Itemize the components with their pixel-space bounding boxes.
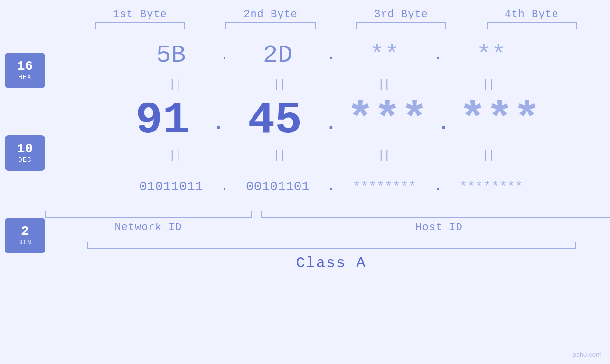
dec-dot-3: . [437, 110, 450, 136]
dec-badge-label: DEC [18, 156, 31, 164]
bracket-cell-1 [75, 22, 206, 29]
dec-byte-3: *** [340, 95, 435, 146]
host-bracket: Host ID [261, 211, 610, 233]
main-content: 16 HEX 10 DEC 2 BIN 5B . 2D . ** . ** [0, 34, 610, 272]
bin-byte-4: ******** [444, 179, 539, 194]
equals-row-1: || || || || [45, 76, 610, 93]
eq-2-4: || [441, 152, 535, 160]
hex-dot-3: . [434, 48, 442, 63]
eq-1-4: || [441, 81, 535, 89]
eq-1-2: || [232, 81, 327, 89]
hex-badge: 16 HEX [5, 53, 45, 88]
bracket-top-1 [95, 22, 185, 29]
bin-dot-2: . [327, 179, 335, 194]
host-id-label: Host ID [415, 222, 462, 233]
dec-byte-2: 45 [227, 95, 322, 146]
bracket-top-2 [225, 22, 316, 29]
eq-2-2: || [232, 152, 327, 160]
hex-byte-3: ** [337, 41, 432, 69]
hex-data-row: 5B . 2D . ** . ** [45, 34, 610, 76]
hex-badge-label: HEX [18, 74, 31, 81]
dec-badge-number: 10 [17, 142, 33, 157]
dec-byte-1: 91 [115, 95, 210, 146]
hex-badge-number: 16 [17, 59, 33, 74]
network-bracket: Network ID [45, 211, 252, 233]
eq-2-1: || [127, 152, 222, 160]
host-bracket-line [261, 211, 610, 218]
byte-header-1: 1st Byte [75, 9, 206, 20]
watermark: ipshu.com [571, 351, 601, 358]
segment-gap [252, 211, 261, 233]
bracket-top-4 [487, 22, 577, 29]
bin-byte-2: 00101101 [230, 179, 325, 194]
dec-dot-2: . [324, 110, 338, 136]
top-brackets-row [31, 22, 610, 29]
byte-header-3: 3rd Byte [336, 9, 467, 20]
class-label-row: Class A [45, 254, 610, 272]
bin-badge: 2 BIN [5, 218, 45, 253]
bracket-cell-2 [206, 22, 336, 29]
segment-brackets-container: Network ID Host ID [45, 211, 610, 233]
data-section: 5B . 2D . ** . ** || || || || 91 [45, 34, 610, 272]
bracket-top-3 [356, 22, 446, 29]
dec-data-row: 91 . 45 . *** . *** [45, 93, 610, 148]
bin-dot-3: . [434, 179, 442, 194]
eq-2-3: || [336, 152, 431, 160]
bin-byte-1: 01011011 [123, 179, 218, 194]
bracket-cell-4 [467, 22, 597, 29]
dec-byte-4: *** [452, 95, 547, 146]
bin-badge-label: BIN [18, 239, 31, 246]
class-label: Class A [296, 254, 366, 272]
bin-byte-3: ******** [337, 179, 432, 194]
bin-badge-number: 2 [21, 224, 29, 239]
byte-header-4: 4th Byte [467, 9, 597, 20]
byte-headers-row: 1st Byte 2nd Byte 3rd Byte 4th Byte [31, 0, 610, 20]
hex-byte-4: ** [444, 41, 539, 69]
bracket-cell-3 [336, 22, 467, 29]
eq-1-3: || [336, 81, 431, 89]
bin-dot-1: . [220, 179, 228, 194]
class-bracket-row [45, 242, 610, 249]
eq-1-1: || [127, 81, 222, 89]
base-labels-col: 16 HEX 10 DEC 2 BIN [0, 34, 45, 272]
network-bracket-line [45, 211, 252, 218]
dec-badge: 10 DEC [5, 135, 45, 171]
equals-row-2: || || || || [45, 148, 610, 164]
dec-dot-1: . [212, 110, 225, 136]
bin-data-row: 01011011 . 00101101 . ******** . *******… [45, 164, 610, 209]
hex-byte-2: 2D [230, 41, 325, 69]
network-id-label: Network ID [114, 222, 182, 233]
hex-dot-2: . [327, 48, 335, 63]
hex-dot-1: . [220, 48, 228, 63]
main-container: 1st Byte 2nd Byte 3rd Byte 4th Byte 16 H… [0, 0, 610, 364]
class-bracket-line [87, 242, 576, 249]
byte-header-2: 2nd Byte [206, 9, 336, 20]
hex-byte-1: 5B [123, 41, 218, 69]
